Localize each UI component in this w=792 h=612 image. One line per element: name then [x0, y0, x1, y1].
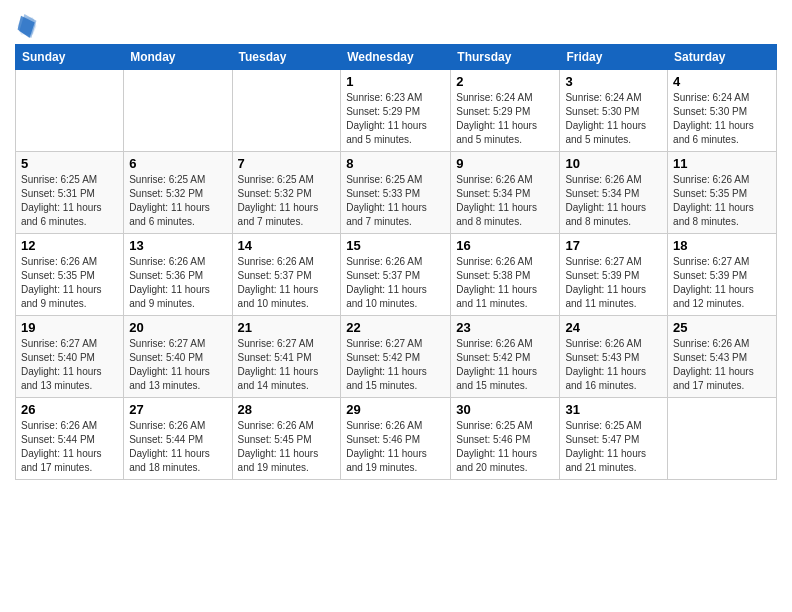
- calendar-table: SundayMondayTuesdayWednesdayThursdayFrid…: [15, 44, 777, 480]
- weekday-header-thursday: Thursday: [451, 45, 560, 70]
- day-info: Sunrise: 6:27 AM Sunset: 5:40 PM Dayligh…: [129, 337, 226, 393]
- day-info: Sunrise: 6:27 AM Sunset: 5:40 PM Dayligh…: [21, 337, 118, 393]
- day-number: 29: [346, 402, 445, 417]
- calendar-cell: 26Sunrise: 6:26 AM Sunset: 5:44 PM Dayli…: [16, 398, 124, 480]
- day-number: 2: [456, 74, 554, 89]
- day-number: 26: [21, 402, 118, 417]
- calendar-cell: 15Sunrise: 6:26 AM Sunset: 5:37 PM Dayli…: [341, 234, 451, 316]
- weekday-header-monday: Monday: [124, 45, 232, 70]
- day-number: 21: [238, 320, 336, 335]
- calendar-cell: 3Sunrise: 6:24 AM Sunset: 5:30 PM Daylig…: [560, 70, 668, 152]
- day-number: 31: [565, 402, 662, 417]
- day-info: Sunrise: 6:25 AM Sunset: 5:33 PM Dayligh…: [346, 173, 445, 229]
- day-number: 5: [21, 156, 118, 171]
- day-info: Sunrise: 6:24 AM Sunset: 5:30 PM Dayligh…: [565, 91, 662, 147]
- weekday-header-sunday: Sunday: [16, 45, 124, 70]
- calendar-cell: 31Sunrise: 6:25 AM Sunset: 5:47 PM Dayli…: [560, 398, 668, 480]
- day-info: Sunrise: 6:26 AM Sunset: 5:35 PM Dayligh…: [673, 173, 771, 229]
- logo: [15, 14, 41, 38]
- week-row-1: 5Sunrise: 6:25 AM Sunset: 5:31 PM Daylig…: [16, 152, 777, 234]
- day-info: Sunrise: 6:25 AM Sunset: 5:31 PM Dayligh…: [21, 173, 118, 229]
- day-number: 20: [129, 320, 226, 335]
- day-number: 8: [346, 156, 445, 171]
- day-info: Sunrise: 6:26 AM Sunset: 5:43 PM Dayligh…: [673, 337, 771, 393]
- calendar-cell: [668, 398, 777, 480]
- day-info: Sunrise: 6:26 AM Sunset: 5:37 PM Dayligh…: [346, 255, 445, 311]
- calendar-cell: 8Sunrise: 6:25 AM Sunset: 5:33 PM Daylig…: [341, 152, 451, 234]
- weekday-header-friday: Friday: [560, 45, 668, 70]
- day-info: Sunrise: 6:25 AM Sunset: 5:32 PM Dayligh…: [129, 173, 226, 229]
- calendar-cell: [16, 70, 124, 152]
- calendar-cell: 5Sunrise: 6:25 AM Sunset: 5:31 PM Daylig…: [16, 152, 124, 234]
- day-number: 14: [238, 238, 336, 253]
- day-info: Sunrise: 6:26 AM Sunset: 5:46 PM Dayligh…: [346, 419, 445, 475]
- day-info: Sunrise: 6:25 AM Sunset: 5:32 PM Dayligh…: [238, 173, 336, 229]
- day-number: 27: [129, 402, 226, 417]
- calendar-cell: 9Sunrise: 6:26 AM Sunset: 5:34 PM Daylig…: [451, 152, 560, 234]
- day-number: 24: [565, 320, 662, 335]
- day-info: Sunrise: 6:26 AM Sunset: 5:42 PM Dayligh…: [456, 337, 554, 393]
- calendar-cell: 7Sunrise: 6:25 AM Sunset: 5:32 PM Daylig…: [232, 152, 341, 234]
- calendar-cell: 4Sunrise: 6:24 AM Sunset: 5:30 PM Daylig…: [668, 70, 777, 152]
- header: [15, 10, 777, 38]
- day-number: 7: [238, 156, 336, 171]
- week-row-0: 1Sunrise: 6:23 AM Sunset: 5:29 PM Daylig…: [16, 70, 777, 152]
- week-row-2: 12Sunrise: 6:26 AM Sunset: 5:35 PM Dayli…: [16, 234, 777, 316]
- day-number: 11: [673, 156, 771, 171]
- calendar-cell: 22Sunrise: 6:27 AM Sunset: 5:42 PM Dayli…: [341, 316, 451, 398]
- week-row-3: 19Sunrise: 6:27 AM Sunset: 5:40 PM Dayli…: [16, 316, 777, 398]
- day-number: 6: [129, 156, 226, 171]
- calendar-cell: 6Sunrise: 6:25 AM Sunset: 5:32 PM Daylig…: [124, 152, 232, 234]
- day-info: Sunrise: 6:27 AM Sunset: 5:41 PM Dayligh…: [238, 337, 336, 393]
- day-info: Sunrise: 6:26 AM Sunset: 5:34 PM Dayligh…: [456, 173, 554, 229]
- calendar-cell: 10Sunrise: 6:26 AM Sunset: 5:34 PM Dayli…: [560, 152, 668, 234]
- day-number: 19: [21, 320, 118, 335]
- day-info: Sunrise: 6:26 AM Sunset: 5:36 PM Dayligh…: [129, 255, 226, 311]
- weekday-header-tuesday: Tuesday: [232, 45, 341, 70]
- day-info: Sunrise: 6:25 AM Sunset: 5:46 PM Dayligh…: [456, 419, 554, 475]
- calendar-cell: 12Sunrise: 6:26 AM Sunset: 5:35 PM Dayli…: [16, 234, 124, 316]
- day-info: Sunrise: 6:24 AM Sunset: 5:30 PM Dayligh…: [673, 91, 771, 147]
- day-info: Sunrise: 6:26 AM Sunset: 5:44 PM Dayligh…: [129, 419, 226, 475]
- day-info: Sunrise: 6:26 AM Sunset: 5:43 PM Dayligh…: [565, 337, 662, 393]
- day-number: 28: [238, 402, 336, 417]
- day-info: Sunrise: 6:23 AM Sunset: 5:29 PM Dayligh…: [346, 91, 445, 147]
- weekday-header-wednesday: Wednesday: [341, 45, 451, 70]
- weekday-header-row: SundayMondayTuesdayWednesdayThursdayFrid…: [16, 45, 777, 70]
- calendar-cell: 23Sunrise: 6:26 AM Sunset: 5:42 PM Dayli…: [451, 316, 560, 398]
- day-info: Sunrise: 6:26 AM Sunset: 5:34 PM Dayligh…: [565, 173, 662, 229]
- day-number: 3: [565, 74, 662, 89]
- weekday-header-saturday: Saturday: [668, 45, 777, 70]
- calendar-cell: 17Sunrise: 6:27 AM Sunset: 5:39 PM Dayli…: [560, 234, 668, 316]
- day-info: Sunrise: 6:24 AM Sunset: 5:29 PM Dayligh…: [456, 91, 554, 147]
- day-number: 30: [456, 402, 554, 417]
- page: SundayMondayTuesdayWednesdayThursdayFrid…: [0, 0, 792, 612]
- calendar-cell: 27Sunrise: 6:26 AM Sunset: 5:44 PM Dayli…: [124, 398, 232, 480]
- day-info: Sunrise: 6:25 AM Sunset: 5:47 PM Dayligh…: [565, 419, 662, 475]
- day-info: Sunrise: 6:27 AM Sunset: 5:39 PM Dayligh…: [673, 255, 771, 311]
- calendar-cell: 11Sunrise: 6:26 AM Sunset: 5:35 PM Dayli…: [668, 152, 777, 234]
- day-number: 10: [565, 156, 662, 171]
- day-info: Sunrise: 6:26 AM Sunset: 5:44 PM Dayligh…: [21, 419, 118, 475]
- day-info: Sunrise: 6:26 AM Sunset: 5:37 PM Dayligh…: [238, 255, 336, 311]
- calendar-cell: 2Sunrise: 6:24 AM Sunset: 5:29 PM Daylig…: [451, 70, 560, 152]
- day-number: 12: [21, 238, 118, 253]
- day-number: 4: [673, 74, 771, 89]
- calendar-cell: [232, 70, 341, 152]
- day-number: 13: [129, 238, 226, 253]
- day-info: Sunrise: 6:26 AM Sunset: 5:35 PM Dayligh…: [21, 255, 118, 311]
- week-row-4: 26Sunrise: 6:26 AM Sunset: 5:44 PM Dayli…: [16, 398, 777, 480]
- calendar-cell: 21Sunrise: 6:27 AM Sunset: 5:41 PM Dayli…: [232, 316, 341, 398]
- calendar-cell: 14Sunrise: 6:26 AM Sunset: 5:37 PM Dayli…: [232, 234, 341, 316]
- calendar-cell: 20Sunrise: 6:27 AM Sunset: 5:40 PM Dayli…: [124, 316, 232, 398]
- calendar-cell: 29Sunrise: 6:26 AM Sunset: 5:46 PM Dayli…: [341, 398, 451, 480]
- calendar-cell: 30Sunrise: 6:25 AM Sunset: 5:46 PM Dayli…: [451, 398, 560, 480]
- day-number: 9: [456, 156, 554, 171]
- day-info: Sunrise: 6:26 AM Sunset: 5:45 PM Dayligh…: [238, 419, 336, 475]
- day-number: 18: [673, 238, 771, 253]
- day-info: Sunrise: 6:27 AM Sunset: 5:42 PM Dayligh…: [346, 337, 445, 393]
- calendar-cell: 18Sunrise: 6:27 AM Sunset: 5:39 PM Dayli…: [668, 234, 777, 316]
- day-number: 16: [456, 238, 554, 253]
- calendar-cell: 16Sunrise: 6:26 AM Sunset: 5:38 PM Dayli…: [451, 234, 560, 316]
- day-number: 17: [565, 238, 662, 253]
